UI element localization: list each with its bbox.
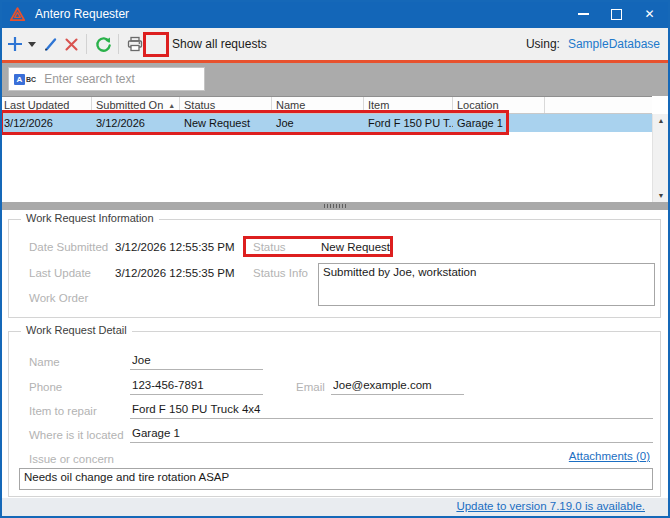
toolbar-separator [86, 34, 87, 54]
cell-submitted-on: 3/12/2026 [92, 114, 180, 132]
last-update-label: Last Update [29, 267, 91, 279]
status-value: New Request [321, 241, 390, 253]
column-header-empty [545, 97, 652, 113]
issue-or-concern-textarea[interactable]: Needs oil change and tire rotation ASAP [19, 468, 653, 490]
close-button[interactable]: ✕ [633, 0, 666, 28]
where-located-field[interactable] [130, 425, 653, 443]
delete-request-button[interactable] [61, 28, 81, 60]
phone-label: Phone [29, 381, 62, 393]
abc-search-icon: ABC [14, 74, 36, 85]
toolbar-separator [118, 34, 119, 54]
toolbar: Show all requests Using:SampleDatabase [0, 28, 670, 60]
name-label: Name [29, 356, 60, 368]
printer-icon [127, 36, 143, 52]
attachments-link[interactable]: Attachments (0) [569, 450, 650, 462]
issue-or-concern-label: Issue or concern [29, 453, 114, 465]
splitter-handle[interactable] [0, 202, 670, 210]
item-to-repair-field[interactable] [130, 401, 653, 419]
item-to-repair-label: Item to repair [29, 405, 97, 417]
antero-logo-icon [9, 6, 26, 23]
print-button[interactable] [124, 28, 146, 60]
abc-search-icon-a: A [14, 74, 25, 85]
phone-field[interactable] [130, 377, 263, 395]
splitter-grip-icon [324, 204, 346, 208]
edit-request-button[interactable] [40, 28, 60, 60]
cell-name: Joe [272, 114, 364, 132]
database-link[interactable]: SampleDatabase [568, 37, 660, 51]
plus-icon [6, 35, 24, 53]
app-window: Antero Requester ✕ Show all requests [0, 0, 670, 518]
cell-last-updated: 3/12/2026 [0, 114, 92, 132]
column-header-last-updated[interactable]: Last Updated [0, 97, 92, 113]
column-header-name[interactable]: Name [272, 97, 364, 113]
search-box[interactable]: ABC [8, 67, 205, 91]
column-header-location[interactable]: Location [453, 97, 545, 113]
date-submitted-label: Date Submitted [29, 241, 108, 253]
column-header-item[interactable]: Item [364, 97, 453, 113]
scroll-down-icon[interactable]: ▼ [653, 189, 669, 202]
search-bar: ABC [0, 63, 670, 96]
chevron-down-icon [28, 42, 36, 47]
minimize-button[interactable] [567, 0, 600, 28]
maximize-icon [611, 9, 622, 20]
date-submitted-value: 3/12/2026 12:55:35 PM [115, 241, 235, 253]
refresh-button[interactable] [92, 28, 114, 60]
table-row[interactable]: 3/12/2026 3/12/2026 New Request Joe Ford… [0, 114, 652, 132]
column-header-status[interactable]: Status [180, 97, 272, 113]
status-info-textarea[interactable]: Submitted by Joe, workstation [318, 263, 655, 306]
minimize-icon [578, 13, 589, 15]
add-request-button[interactable] [4, 28, 26, 60]
status-bar: Update to version 7.19.0 is available. [0, 498, 670, 516]
sort-ascending-icon: ▲ [168, 102, 175, 109]
pencil-icon [42, 36, 58, 52]
where-located-label: Where is it located [29, 429, 124, 441]
cell-status: New Request [180, 114, 272, 132]
delete-x-icon [64, 37, 79, 52]
cell-location: Garage 1 [453, 114, 545, 132]
scroll-up-icon[interactable]: ▲ [653, 114, 669, 127]
vertical-scrollbar[interactable]: ▲ ▼ [652, 114, 668, 202]
abc-search-icon-bc: BC [26, 76, 36, 83]
email-field[interactable] [331, 377, 464, 395]
close-icon: ✕ [644, 7, 654, 21]
group-legend: Work Request Detail [21, 324, 132, 336]
last-update-value: 3/12/2026 12:55:35 PM [115, 267, 235, 279]
window-title: Antero Requester [35, 7, 129, 21]
show-all-requests-label[interactable]: Show all requests [172, 28, 267, 60]
maximize-button[interactable] [600, 0, 633, 28]
status-info-label: Status Info [253, 267, 308, 279]
search-input[interactable] [42, 71, 204, 87]
cell-item: Ford F 150 PU T... [364, 114, 453, 132]
group-legend: Work Request Information [21, 212, 159, 224]
refresh-icon [95, 36, 112, 53]
work-order-label: Work Order [29, 292, 88, 304]
requests-grid: Last Updated Submitted On▲ Status Name I… [0, 96, 670, 202]
name-field[interactable] [130, 352, 263, 370]
column-header-submitted-on[interactable]: Submitted On▲ [92, 97, 180, 113]
grid-header-row: Last Updated Submitted On▲ Status Name I… [0, 96, 652, 114]
update-version-link[interactable]: Update to version 7.19.0 is available. [456, 500, 645, 512]
work-request-information-group: Work Request Information Date Submitted … [8, 219, 661, 318]
email-label: Email [296, 381, 325, 393]
status-label: Status [253, 241, 286, 253]
using-label: Using: [526, 37, 560, 51]
title-bar: Antero Requester ✕ [0, 0, 670, 28]
add-request-dropdown[interactable] [26, 28, 38, 60]
work-request-detail-group: Work Request Detail Name Phone Email Ite… [8, 331, 661, 497]
